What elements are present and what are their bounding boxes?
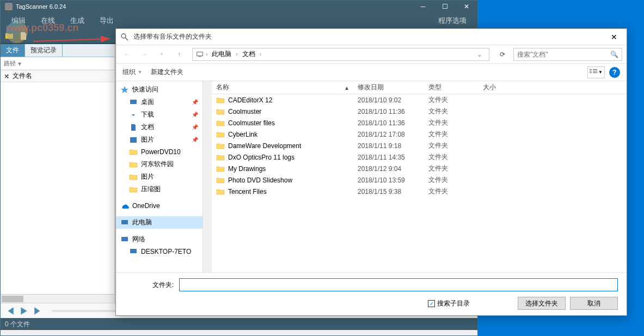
pin-icon: 📌	[192, 112, 198, 118]
nav-forward-button[interactable]: →	[138, 48, 151, 61]
breadcrumb-docs[interactable]: 文档	[240, 48, 257, 60]
nav-recent-dropdown[interactable]: ▼	[155, 48, 168, 61]
file-row[interactable]: Coolmuster files2018/1/10 11:36文件夹	[212, 117, 627, 129]
close-button[interactable]: ✕	[456, 1, 477, 13]
col-date[interactable]: 修改日期	[353, 83, 424, 92]
svg-line-0	[33, 39, 109, 41]
search-icon[interactable]: 🔍	[610, 51, 618, 58]
tree-network[interactable]: 网络	[116, 233, 203, 246]
file-name: My Drawings	[228, 165, 266, 173]
tree-quick-access[interactable]: 快速访问	[116, 83, 203, 96]
organize-button[interactable]: 组织▼	[122, 68, 142, 77]
search-input[interactable]	[517, 51, 610, 58]
breadcrumb[interactable]: › 此电脑 › 文档 › ⌄	[192, 48, 489, 61]
file-date: 2018/1/10 11:36	[353, 108, 424, 115]
file-list-header: 名称▴ 修改日期 类型 大小	[212, 81, 627, 94]
folder-icon	[216, 165, 225, 173]
search-box[interactable]: 🔍	[513, 48, 622, 61]
nav-back-button[interactable]: ←	[120, 48, 133, 61]
tree-this-pc[interactable]: 此电脑	[116, 216, 203, 229]
nav-up-button[interactable]: ↑	[173, 48, 186, 61]
play-button[interactable]	[19, 306, 29, 316]
view-mode-button[interactable]: ▼	[587, 66, 605, 78]
file-row[interactable]: CADEditorX 122018/1/10 9:02文件夹	[212, 94, 627, 106]
chevron-right-icon: ›	[260, 51, 261, 57]
file-row[interactable]: Photo DVD Slideshow2018/1/10 13:59文件夹	[212, 174, 627, 186]
file-date: 2018/1/15 9:38	[353, 188, 424, 196]
refresh-button[interactable]: ⟳	[496, 48, 509, 61]
horizontal-scrollbar[interactable]	[1, 294, 114, 303]
file-list-body	[1, 82, 114, 294]
col-name[interactable]: 名称▴	[212, 83, 353, 92]
minimize-button[interactable]: ─	[412, 1, 434, 13]
tree-desktop[interactable]: 桌面📌	[116, 96, 203, 108]
file-date: 2018/1/10 11:36	[353, 119, 424, 127]
app-icon	[5, 3, 13, 10]
tab-file[interactable]: 文件	[1, 44, 25, 57]
cancel-button[interactable]: 取消	[570, 297, 618, 310]
tree-desktop7[interactable]: DESKTOP-7ETO	[116, 246, 203, 258]
new-folder-button[interactable]: 新建文件夹	[151, 68, 183, 77]
folder-icon	[216, 108, 225, 115]
svg-rect-6	[590, 71, 592, 71]
file-row[interactable]: Tencent Files2018/1/15 9:38文件夹	[212, 186, 627, 197]
folder-icon	[216, 188, 225, 196]
svg-rect-4	[198, 56, 201, 57]
tree-pictures[interactable]: 图片📌	[116, 133, 203, 146]
col-size[interactable]: 大小	[479, 83, 522, 92]
select-folder-button[interactable]: 选择文件夹	[518, 297, 566, 310]
menu-online[interactable]: 在线	[34, 14, 62, 28]
svg-rect-13	[121, 220, 128, 224]
menu-export[interactable]: 导出	[93, 14, 120, 28]
tree-documents[interactable]: 文档📌	[116, 121, 203, 133]
path-row: 路径 ▾	[1, 57, 114, 70]
tree-downloads[interactable]: 下载📌	[116, 108, 203, 121]
file-name: Photo DVD Slideshow	[228, 176, 292, 184]
search-icon	[120, 33, 129, 41]
tree-hedong[interactable]: 河东软件园	[116, 158, 203, 170]
checkbox-label: 搜索子目录	[437, 299, 470, 308]
file-row[interactable]: DxO OpticsPro 11 logs2018/1/11 14:35文件夹	[212, 151, 627, 163]
tree-pics2[interactable]: 图片	[116, 170, 203, 183]
menu-generate[interactable]: 生成	[64, 14, 91, 28]
search-subdirs-checkbox[interactable]: ✓ 搜索子目录	[428, 299, 470, 308]
col-filename[interactable]: 文件名	[13, 71, 32, 81]
tree-powerdvd[interactable]: PowerDVD10	[116, 146, 203, 158]
prev-button[interactable]	[5, 306, 15, 316]
file-row[interactable]: DameWare Development2018/1/11 9:18文件夹	[212, 140, 627, 151]
path-dropdown-icon[interactable]: ▾	[18, 60, 21, 68]
file-date: 2018/1/12 17:08	[353, 131, 424, 138]
chevron-right-icon: ›	[236, 51, 237, 57]
dialog-nav: ← → ▼ ↑ › 此电脑 › 文档 › ⌄ ⟳ 🔍	[116, 45, 627, 64]
file-row[interactable]: CyberLink2018/1/12 17:08文件夹	[212, 129, 627, 140]
file-name: Tencent Files	[228, 188, 267, 196]
file-row[interactable]: Coolmuster2018/1/10 11:36文件夹	[212, 106, 627, 117]
file-date: 2018/1/11 14:35	[353, 154, 424, 161]
folder-icon	[216, 154, 225, 161]
app-title: TagScanner 6.0.24	[16, 3, 412, 10]
file-date: 2018/1/10 9:02	[353, 96, 424, 104]
tree-onedrive[interactable]: OneDrive	[116, 200, 203, 212]
menu-options[interactable]: 程序选项	[432, 14, 473, 28]
pin-icon: 📌	[192, 137, 198, 143]
svg-rect-14	[121, 237, 128, 241]
next-button[interactable]	[33, 306, 43, 316]
folder-name-input[interactable]	[179, 278, 618, 291]
folder-icon	[216, 176, 225, 184]
file-row[interactable]: My Drawings2018/1/12 9:04文件夹	[212, 163, 627, 174]
svg-rect-15	[130, 249, 137, 253]
menubar: 编辑 在线 生成 导出 程序选项	[1, 13, 477, 29]
col-shuffle-icon[interactable]: ⤨	[4, 72, 9, 80]
dialog-close-button[interactable]: ✕	[606, 29, 622, 45]
help-button[interactable]: ?	[609, 67, 620, 78]
folder-icon	[216, 142, 225, 150]
maximize-button[interactable]: ☐	[434, 1, 456, 13]
left-panel: 文件 预览记录 路径 ▾ ⤨ 文件名	[1, 44, 115, 303]
breadcrumb-pc[interactable]: 此电脑	[210, 48, 234, 60]
tree-compress[interactable]: 压缩图	[116, 183, 203, 196]
breadcrumb-dropdown-icon[interactable]: ⌄	[474, 50, 486, 59]
col-type[interactable]: 类型	[424, 83, 479, 92]
tree-scrollbar[interactable]	[203, 81, 212, 272]
dialog-title: 选择带有音乐文件的文件夹	[133, 32, 606, 41]
watermark-logo	[6, 21, 28, 43]
